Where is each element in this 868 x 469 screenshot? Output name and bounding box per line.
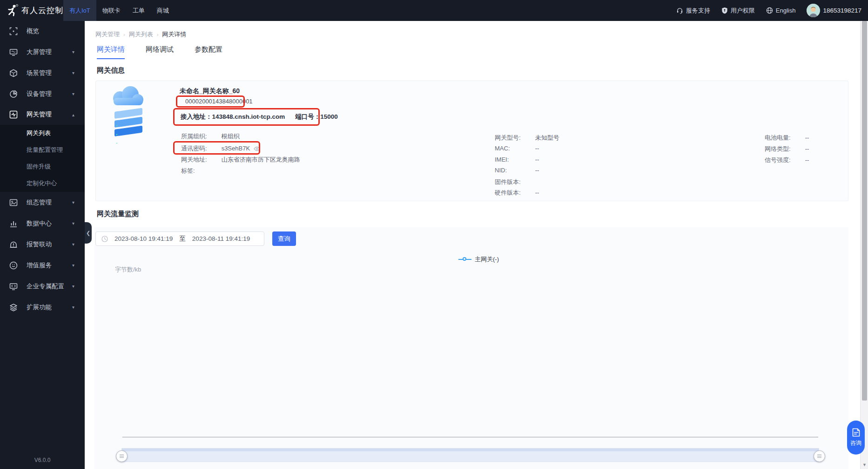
- sidebar-item-label: 设备管理: [27, 90, 52, 98]
- sidebar-subitem-gateway-list[interactable]: 网关列表: [0, 125, 85, 142]
- sidebar-collapse-handle[interactable]: ❮: [85, 222, 92, 244]
- user-permission-button[interactable]: 用户权限: [721, 7, 755, 15]
- field-gateway-address: 网关地址: 山东省济南市历下区龙奥南路: [181, 156, 300, 164]
- field-mac: MAC: --: [495, 145, 539, 152]
- page-scrollbar: ▼: [860, 21, 868, 469]
- sidebar-item-label: 场景管理: [27, 69, 52, 77]
- datazoom-right-handle[interactable]: [814, 450, 825, 462]
- breadcrumb-separator: ›: [157, 32, 159, 37]
- sidebar-subitem-batch-config[interactable]: 批量配置管理: [0, 142, 85, 158]
- sidebar-item-screen-mgmt[interactable]: 大屏管理 ▾: [0, 41, 85, 62]
- sidebar-item-data-center[interactable]: 数据中心 ▾: [0, 213, 85, 234]
- tab-parameter-config[interactable]: 参数配置: [195, 45, 222, 59]
- field-label: 硬件版本:: [495, 189, 533, 197]
- field-label: IMEI:: [495, 156, 533, 163]
- sidebar-item-scada-mgmt[interactable]: 组态管理 ▾: [0, 192, 85, 213]
- sidebar-item-label: 企业专属配置: [27, 282, 64, 291]
- sidebar-item-value-added[interactable]: 增值服务 ▾: [0, 255, 85, 276]
- sidebar-subitem-firmware-upgrade[interactable]: 固件升级: [0, 158, 85, 175]
- chevron-down-icon: ▾: [72, 305, 74, 310]
- clock-icon: [101, 236, 108, 242]
- sidebar-item-label: 报警联动: [27, 240, 52, 249]
- gateway-name: 未命名_网关名称_60: [180, 87, 240, 95]
- navbar-tabs: 有人IoT 物联卡 工单 商城: [63, 0, 175, 21]
- consult-label: 咨询: [850, 439, 861, 447]
- nav-tab-work-order[interactable]: 工单: [127, 0, 151, 21]
- field-value: --: [535, 145, 539, 152]
- user-permission-label: 用户权限: [731, 7, 755, 15]
- breadcrumb-gateway-list[interactable]: 网关列表: [129, 30, 153, 39]
- nav-tab-mall[interactable]: 商城: [151, 0, 175, 21]
- query-button[interactable]: 查询: [272, 231, 296, 246]
- cloud-gateway-illustration: [107, 86, 150, 143]
- chevron-down-icon: ▾: [72, 70, 74, 75]
- data-icon: [9, 219, 18, 228]
- field-organization: 所属组织: 根组织: [181, 132, 240, 141]
- field-value: 山东省济南市历下区龙奥南路: [222, 156, 300, 163]
- gateway-info-card: 未命名_网关名称_60 00002000143848000001 接入地址：14…: [95, 81, 848, 201]
- chevron-up-icon: ▴: [72, 112, 74, 117]
- user-account[interactable]: 18653198217: [807, 4, 861, 17]
- nav-tab-usr-iot[interactable]: 有人IoT: [63, 0, 96, 21]
- field-value: --: [535, 167, 539, 174]
- field-value: 根组织: [222, 133, 240, 140]
- language-label: English: [776, 7, 796, 14]
- field-gateway-model: 网关型号: 未知型号: [495, 134, 559, 142]
- sidebar-item-device-mgmt[interactable]: 设备管理 ▾: [0, 83, 85, 104]
- sidebar-item-alarm-linkage[interactable]: 报警联动 ▾: [0, 234, 85, 255]
- breadcrumb: 网关管理 › 网关列表 › 网关详情: [95, 30, 186, 39]
- gateway-sn: 00002000143848000001: [185, 98, 253, 105]
- sidebar-item-label: 增值服务: [27, 261, 52, 270]
- sidebar-item-label: 网关管理: [27, 110, 52, 119]
- datazoom-left-handle[interactable]: [116, 450, 128, 462]
- sidebar-item-overview[interactable]: 概览: [0, 21, 85, 41]
- field-network-type: 网络类型: --: [765, 145, 809, 153]
- field-label: 网关地址:: [181, 156, 220, 164]
- usr-logo-icon: [6, 4, 19, 17]
- access-port: 端口号：15000: [295, 113, 338, 121]
- eye-icon[interactable]: [254, 146, 260, 151]
- field-battery: 电池电量: --: [765, 134, 809, 142]
- date-start-value: 2023-08-10 19:41:19: [114, 235, 173, 242]
- x-axis-line: [122, 437, 818, 437]
- y-axis-label: 字节数/kb: [115, 265, 141, 274]
- account-phone-number: 18653198217: [823, 7, 861, 14]
- chevron-down-icon: ▾: [72, 221, 74, 226]
- language-switch-button[interactable]: English: [766, 7, 796, 14]
- sidebar-item-label: 扩展功能: [27, 303, 52, 312]
- chart-legend-item[interactable]: 主网关(-): [458, 255, 499, 264]
- field-label: NID:: [495, 167, 533, 174]
- sidebar-item-label: 概览: [27, 27, 39, 35]
- scene-icon: [9, 69, 18, 77]
- sidebar-item-gateway-mgmt[interactable]: 网关管理 ▴: [0, 104, 85, 125]
- sidebar-item-extensions[interactable]: 扩展功能 ▾: [0, 297, 85, 318]
- field-firmware-version: 固件版本:: [495, 178, 533, 186]
- date-range-input[interactable]: 2023-08-10 19:41:19 至 2023-08-11 19:41:1…: [95, 231, 264, 246]
- field-label: 电池电量:: [765, 134, 803, 142]
- service-support-button[interactable]: 服务支持: [676, 7, 710, 15]
- field-label: 信号强度:: [765, 156, 803, 164]
- field-label: 标签:: [181, 167, 220, 175]
- sidebar-item-label: 大屏管理: [27, 48, 52, 56]
- detail-tabs: 网关详情 网络调试 参数配置: [97, 45, 222, 59]
- field-signal-strength: 信号强度: --: [765, 156, 809, 164]
- tab-network-debug[interactable]: 网络调试: [146, 45, 174, 59]
- field-label: 网关型号:: [495, 134, 533, 142]
- breadcrumb-separator: ›: [123, 32, 125, 37]
- nav-tab-iot-card[interactable]: 物联卡: [96, 0, 127, 21]
- gateway-info-section-title: 网关信息: [97, 66, 125, 75]
- breadcrumb-gateway-mgmt[interactable]: 网关管理: [95, 30, 120, 39]
- extension-icon: [9, 303, 18, 312]
- chevron-down-icon: ▾: [72, 49, 74, 54]
- tab-gateway-detail[interactable]: 网关详情: [97, 45, 125, 59]
- sidebar-subitem-customization-center[interactable]: 定制化中心: [0, 175, 85, 192]
- chevron-down-icon: ▾: [72, 263, 74, 268]
- consult-floating-button[interactable]: 咨询: [847, 421, 865, 455]
- service-support-label: 服务支持: [686, 7, 710, 15]
- sidebar-item-scene-mgmt[interactable]: 场景管理 ▾: [0, 62, 85, 83]
- field-value: 未知型号: [535, 134, 559, 141]
- scrollbar-down-arrow[interactable]: ▼: [862, 462, 867, 468]
- datazoom-slider[interactable]: [121, 448, 819, 462]
- scrollbar-thumb[interactable]: [862, 21, 867, 401]
- sidebar-item-enterprise-config[interactable]: 企业专属配置 ▾: [0, 276, 85, 297]
